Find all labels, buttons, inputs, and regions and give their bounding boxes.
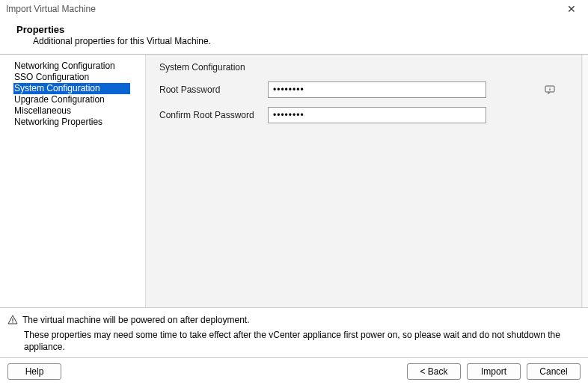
notice-text-2: These properties may need some time to t… <box>7 329 582 353</box>
cancel-button[interactable]: Cancel <box>527 363 581 380</box>
sidebar: Networking Configuration SSO Configurati… <box>0 55 146 307</box>
button-bar: Help < Back Import Cancel <box>0 357 588 385</box>
sidebar-item-system-configuration[interactable]: System Configuration <box>13 83 130 94</box>
content-panel: System Configuration Root Password Confi… <box>146 55 582 307</box>
warning-icon <box>7 315 18 327</box>
import-button[interactable]: Import <box>467 363 521 380</box>
confirm-root-password-row: Confirm Root Password <box>159 107 568 123</box>
header: Properties Additional properties for thi… <box>0 18 588 54</box>
confirm-root-password-input[interactable] <box>268 107 486 123</box>
confirm-root-password-label: Confirm Root Password <box>159 110 268 120</box>
titlebar: Import Virtual Machine ✕ <box>0 0 588 18</box>
notice-area: The virtual machine will be powered on a… <box>0 307 588 357</box>
info-icon[interactable] <box>545 85 557 94</box>
sidebar-item-networking-configuration[interactable]: Networking Configuration <box>13 61 145 72</box>
page-subtitle: Additional properties for this Virtual M… <box>16 36 588 46</box>
sidebar-item-upgrade-configuration[interactable]: Upgrade Configuration <box>13 94 145 105</box>
right-gutter <box>582 55 588 307</box>
root-password-label: Root Password <box>159 84 268 95</box>
back-button[interactable]: < Back <box>407 363 461 380</box>
help-button[interactable]: Help <box>7 363 61 380</box>
close-icon[interactable]: ✕ <box>563 3 581 15</box>
sidebar-item-sso-configuration[interactable]: SSO Configuration <box>13 72 145 83</box>
window-title: Import Virtual Machine <box>6 4 96 14</box>
sidebar-item-networking-properties[interactable]: Networking Properties <box>13 117 145 128</box>
section-title: System Configuration <box>159 62 568 73</box>
notice-row: The virtual machine will be powered on a… <box>7 314 582 327</box>
page-title: Properties <box>16 24 588 35</box>
root-password-input[interactable] <box>268 81 486 98</box>
sidebar-item-miscellaneous[interactable]: Miscellaneous <box>13 105 145 117</box>
root-password-row: Root Password <box>159 81 568 98</box>
notice-text-1: The virtual machine will be powered on a… <box>22 314 250 326</box>
svg-point-4 <box>12 321 13 322</box>
main-area: Networking Configuration SSO Configurati… <box>0 55 588 307</box>
